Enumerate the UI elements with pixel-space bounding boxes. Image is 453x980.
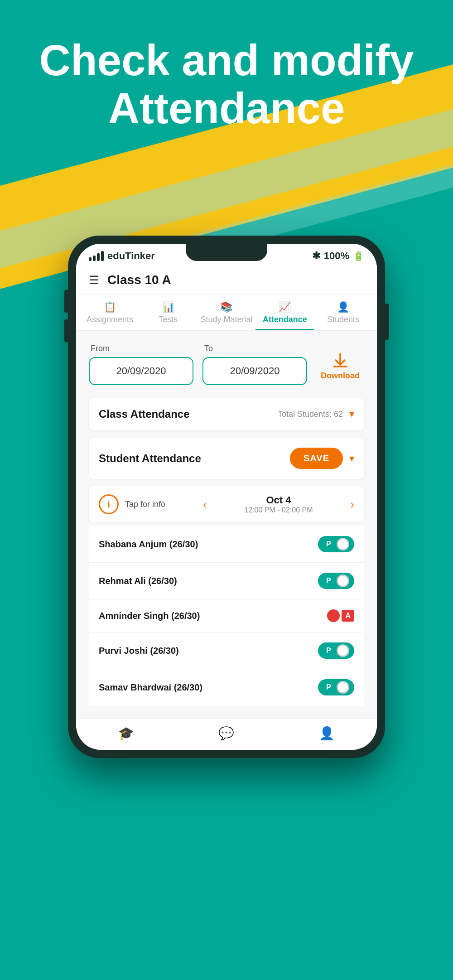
session-date-time: Oct 4 12:00 PM - 02:00 PM — [244, 494, 313, 514]
student-name: Samav Bhardwai (26/30) — [99, 682, 202, 693]
student-name: Shabana Anjum (26/30) — [99, 539, 198, 550]
tab-attendance-label: Attendance — [263, 315, 307, 324]
tab-study-material-label: Study Material — [200, 315, 252, 324]
bottom-nav-home[interactable]: 🎓 — [118, 726, 134, 741]
hero-line1: Check and modify — [39, 36, 414, 84]
phone-screen: eduTinker ✱ 100% 🔋 ☰ Class 10 A 📋 Assign… — [76, 244, 377, 750]
attendance-toggle-absent[interactable]: A — [327, 609, 354, 622]
to-date-input[interactable]: 20/09/2020 — [202, 357, 307, 385]
student-attendance-chevron[interactable]: ▾ — [349, 453, 354, 464]
student-attendance-section: Student Attendance SAVE ▾ — [89, 438, 364, 479]
battery-percent: 100% — [324, 250, 349, 262]
status-right: ✱ 100% 🔋 — [312, 250, 364, 262]
graduation-icon: 🎓 — [118, 726, 134, 741]
tap-for-info-label: Tap for info — [125, 500, 165, 509]
status-left: eduTinker — [89, 250, 155, 262]
tab-assignments-label: Assignments — [87, 315, 133, 324]
total-students: Total Students: 62 — [278, 410, 343, 419]
download-button[interactable]: Download — [316, 348, 364, 385]
app-header: ☰ Class 10 A — [76, 266, 377, 295]
bluetooth-icon: ✱ — [312, 250, 320, 262]
attendance-toggle-present[interactable]: P — [318, 642, 354, 659]
class-attendance-title: Class Attendance — [99, 408, 190, 420]
volume-up-button — [64, 290, 68, 313]
info-left: i Tap for info — [99, 494, 165, 514]
attendance-toggle-present[interactable]: P — [318, 536, 354, 552]
download-label: Download — [321, 371, 360, 381]
tab-attendance[interactable]: 📈 Attendance — [255, 295, 314, 330]
class-attendance-chevron[interactable]: ▾ — [349, 408, 354, 420]
tab-tests[interactable]: 📊 Tests — [139, 295, 198, 330]
student-name: Amninder Singh (26/30) — [99, 611, 200, 621]
attendance-toggle-present[interactable]: P — [318, 679, 354, 695]
student-row: Purvi Joshi (26/30) P — [89, 632, 364, 669]
hero-line2: Attendance — [108, 84, 345, 132]
content-area: From 20/09/2020 To 20/09/2020 Download — [76, 331, 377, 718]
tab-assignments[interactable]: 📋 Assignments — [81, 295, 139, 330]
student-row: Amninder Singh (26/30) A — [89, 599, 364, 632]
from-date-group: From 20/09/2020 — [89, 344, 193, 385]
class-attendance-section: Class Attendance Total Students: 62 ▾ — [89, 398, 364, 430]
carrier-name: eduTinker — [107, 250, 155, 262]
chat-icon: 💬 — [218, 726, 234, 741]
volume-down-button — [64, 319, 68, 342]
to-date-group: To 20/09/2020 — [202, 344, 307, 385]
phone-outer: eduTinker ✱ 100% 🔋 ☰ Class 10 A 📋 Assign… — [68, 236, 385, 758]
student-name: Purvi Joshi (26/30) — [99, 646, 179, 656]
session-date: Oct 4 — [244, 494, 313, 506]
date-filter: From 20/09/2020 To 20/09/2020 Download — [89, 344, 364, 385]
phone-mockup: eduTinker ✱ 100% 🔋 ☰ Class 10 A 📋 Assign… — [68, 236, 385, 758]
assignments-icon: 📋 — [104, 301, 116, 313]
students-icon: 👤 — [337, 301, 349, 313]
session-time: 12:00 PM - 02:00 PM — [244, 506, 313, 514]
student-list: Shabana Anjum (26/30) P Rehmat Ali (2 — [89, 526, 364, 705]
battery-icon: 🔋 — [353, 251, 364, 261]
student-name: Rehmat Ali (26/30) — [99, 576, 177, 586]
student-row: Samav Bhardwai (26/30) P — [89, 669, 364, 705]
download-icon — [331, 352, 349, 369]
study-material-icon: 📚 — [220, 301, 232, 313]
to-label: To — [204, 344, 307, 353]
class-attendance-right: Total Students: 62 ▾ — [278, 408, 354, 420]
profile-icon: 👤 — [319, 726, 335, 741]
tab-tests-label: Tests — [159, 315, 178, 324]
power-button — [385, 304, 389, 340]
attendance-icon: 📈 — [279, 301, 291, 313]
info-circle-icon[interactable]: i — [99, 494, 119, 514]
session-info-bar: i Tap for info ‹ Oct 4 12:00 PM - 02:00 … — [89, 486, 364, 522]
menu-button[interactable]: ☰ — [89, 273, 99, 287]
hero-section: Check and modify Attendance — [0, 36, 453, 132]
from-label: From — [91, 344, 193, 353]
bottom-nav-chat[interactable]: 💬 — [218, 726, 234, 741]
bottom-nav-profile[interactable]: 👤 — [319, 726, 335, 741]
student-row: Rehmat Ali (26/30) P — [89, 563, 364, 599]
signal-icon — [89, 251, 104, 261]
tab-study-material[interactable]: 📚 Study Material — [198, 295, 256, 330]
from-date-input[interactable]: 20/09/2020 — [89, 357, 193, 385]
save-button[interactable]: SAVE — [290, 448, 343, 469]
next-session-button[interactable]: › — [350, 497, 354, 512]
student-attendance-right: SAVE ▾ — [290, 448, 354, 469]
phone-notch — [186, 244, 267, 261]
tab-bar: 📋 Assignments 📊 Tests 📚 Study Material 📈… — [76, 295, 377, 331]
page-title: Class 10 A — [107, 273, 171, 287]
tab-students[interactable]: 👤 Students — [314, 295, 372, 330]
student-row: Shabana Anjum (26/30) P — [89, 526, 364, 563]
bottom-navigation: 🎓 💬 👤 — [76, 718, 377, 750]
prev-session-button[interactable]: ‹ — [203, 497, 207, 512]
tab-students-label: Students — [327, 315, 359, 324]
tests-icon: 📊 — [162, 301, 174, 313]
attendance-toggle-present[interactable]: P — [318, 573, 354, 589]
student-attendance-title: Student Attendance — [99, 452, 201, 465]
